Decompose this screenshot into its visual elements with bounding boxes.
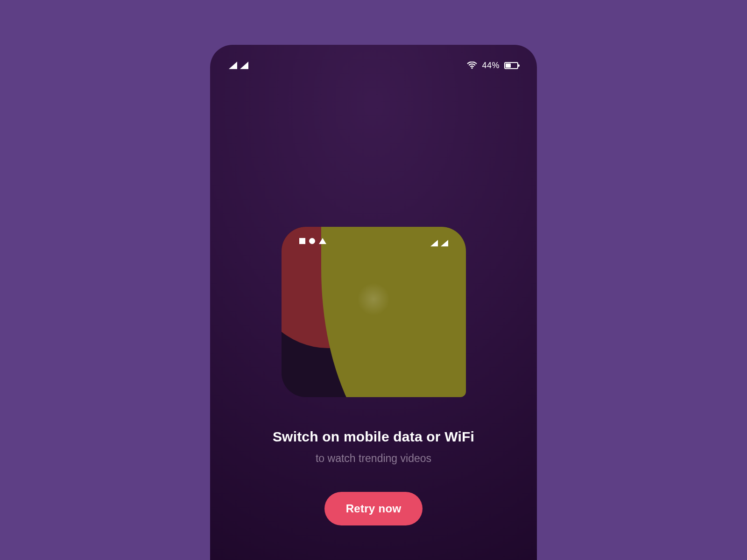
retry-button[interactable]: Retry now bbox=[324, 492, 423, 525]
illustration-right-icons bbox=[430, 235, 448, 246]
triangle-icon bbox=[319, 238, 326, 244]
illustration-layer bbox=[282, 227, 466, 397]
illustration-glow bbox=[357, 283, 390, 315]
illustration-status-row bbox=[282, 235, 466, 246]
phone-frame: 44% bbox=[210, 45, 537, 560]
illustration-shape-yellow bbox=[321, 227, 466, 397]
stage: 44% bbox=[0, 0, 747, 560]
illustration-left-icons bbox=[299, 235, 326, 246]
headline-text: Switch on mobile data or WiFi bbox=[273, 429, 474, 445]
offline-illustration bbox=[282, 227, 466, 397]
subline-text: to watch trending videos bbox=[316, 452, 431, 465]
empty-state: Switch on mobile data or WiFi to watch t… bbox=[210, 45, 537, 560]
square-icon bbox=[299, 238, 305, 244]
circle-icon bbox=[309, 238, 315, 244]
signal-icon bbox=[430, 240, 438, 246]
signal-icon bbox=[441, 240, 448, 246]
